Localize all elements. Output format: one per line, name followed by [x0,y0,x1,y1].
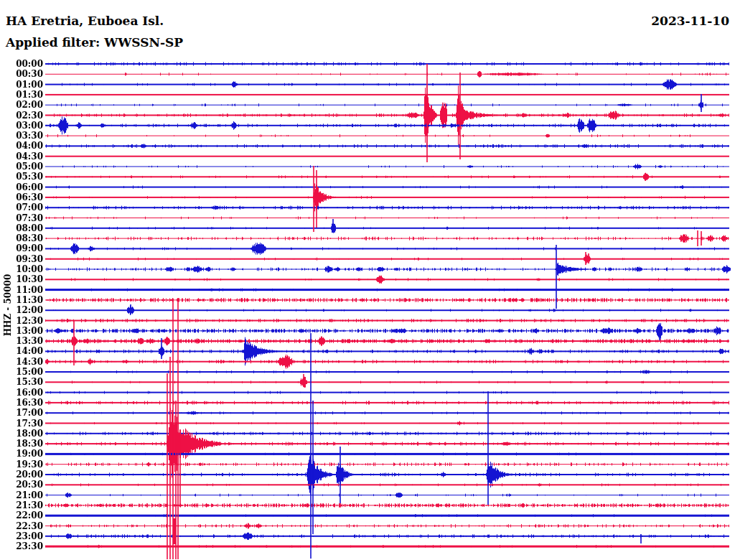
time-label-00:00: 00:00 [0,60,43,68]
time-label-05:00: 05:00 [0,162,43,171]
time-label-03:00: 03:00 [0,121,43,130]
time-label-04:30: 04:30 [0,151,43,160]
time-label-21:00: 21:00 [0,490,43,499]
time-label-00:30: 00:30 [0,70,43,78]
time-label-01:30: 01:30 [0,90,43,99]
time-label-06:00: 06:00 [0,182,43,191]
time-label-08:00: 08:00 [0,224,43,233]
time-label-20:30: 20:30 [0,480,43,489]
time-label-17:00: 17:00 [0,409,43,417]
time-label-22:30: 22:30 [0,521,43,530]
time-label-21:30: 21:30 [0,501,43,510]
time-label-15:00: 15:00 [0,368,43,376]
time-label-23:30: 23:30 [0,542,43,551]
time-label-09:00: 09:00 [0,244,43,253]
time-label-18:00: 18:00 [0,429,43,438]
time-label-22:00: 22:00 [0,511,43,520]
time-label-16:30: 16:30 [0,398,43,407]
time-label-09:30: 09:30 [0,254,43,263]
time-label-19:00: 19:00 [0,449,43,458]
helicorder-canvas [0,0,735,560]
time-label-03:30: 03:30 [0,131,43,140]
time-label-07:30: 07:30 [0,213,43,222]
time-label-19:30: 19:30 [0,459,43,468]
helicorder-plot: 00:0000:3001:0001:3002:0002:3003:0003:30… [0,0,735,560]
time-label-18:30: 18:30 [0,439,43,448]
time-label-06:30: 06:30 [0,193,43,202]
time-label-13:30: 13:30 [0,337,43,345]
time-label-20:00: 20:00 [0,470,43,479]
helicorder-page: HA Eretria, Euboea Isl. 2023-11-10 Appli… [0,0,735,560]
time-label-15:30: 15:30 [0,378,43,386]
time-label-16:00: 16:00 [0,388,43,396]
time-label-10:00: 10:00 [0,265,43,274]
time-label-08:30: 08:30 [0,234,43,243]
time-label-02:30: 02:30 [0,111,43,119]
time-label-23:00: 23:00 [0,532,43,541]
time-label-02:00: 02:00 [0,101,43,109]
time-label-14:30: 14:30 [0,357,43,365]
time-label-14:00: 14:00 [0,347,43,355]
time-label-01:00: 01:00 [0,80,43,88]
time-label-04:00: 04:00 [0,141,43,150]
time-label-17:30: 17:30 [0,419,43,427]
y-axis-label: HHZ - 50000 [3,274,13,337]
time-label-05:30: 05:30 [0,172,43,181]
time-label-07:00: 07:00 [0,203,43,212]
